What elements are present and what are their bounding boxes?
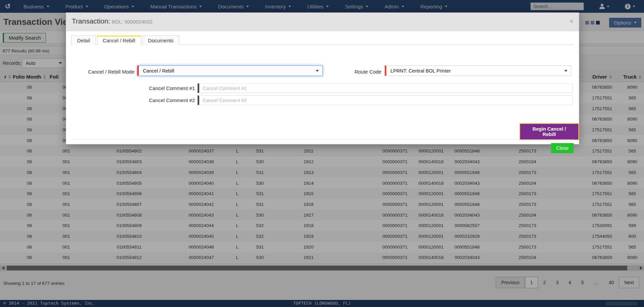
modal-tabs: DetailCancel / RebillDocuments [71, 35, 574, 45]
cancel-comment-1-label: Cancel Comment #1 [142, 85, 195, 91]
cancel-rebill-mode-select[interactable]: Cancel / Rebill [137, 65, 323, 76]
modal-title: Transaction:BOL: 0000024032 [72, 17, 153, 25]
cancel-rebill-mode-label: Cancel / Rebill Mode [81, 69, 135, 75]
tab-documents[interactable]: Documents [142, 35, 179, 45]
cancel-comment-1-input[interactable] [198, 83, 573, 93]
route-code-select[interactable]: LPRNT: Central BOL Printer [385, 65, 571, 76]
chevron-down-icon [564, 70, 568, 72]
cancel-rebill-mode-value: Cancel / Rebill [143, 68, 174, 74]
route-code-value: LPRNT: Central BOL Printer [390, 68, 451, 74]
transaction-modal: Transaction:BOL: 0000024032 × DetailCanc… [66, 12, 579, 144]
modal-header: Transaction:BOL: 0000024032 × [66, 13, 579, 31]
modal-subtitle: BOL: 0000024032 [112, 19, 153, 25]
cancel-comment-2-label: Cancel Comment #2 [142, 97, 195, 103]
close-icon[interactable]: × [570, 17, 574, 25]
modal-close-button[interactable]: Close [551, 143, 574, 153]
modal-title-text: Transaction: [72, 17, 110, 25]
tab-cancel-rebill[interactable]: Cancel / Rebill [97, 35, 141, 45]
cancel-comment-2-input[interactable] [198, 95, 573, 105]
tab-detail[interactable]: Detail [71, 35, 96, 45]
modal-footer-divider [71, 139, 574, 140]
begin-cancel-rebill-button[interactable]: Begin Cancel / Rebill [520, 123, 579, 140]
route-code-label: Route Code [329, 69, 381, 75]
modal-body: Cancel / Rebill Mode Cancel / Rebill Rou… [66, 45, 579, 144]
chevron-down-icon [316, 70, 319, 72]
